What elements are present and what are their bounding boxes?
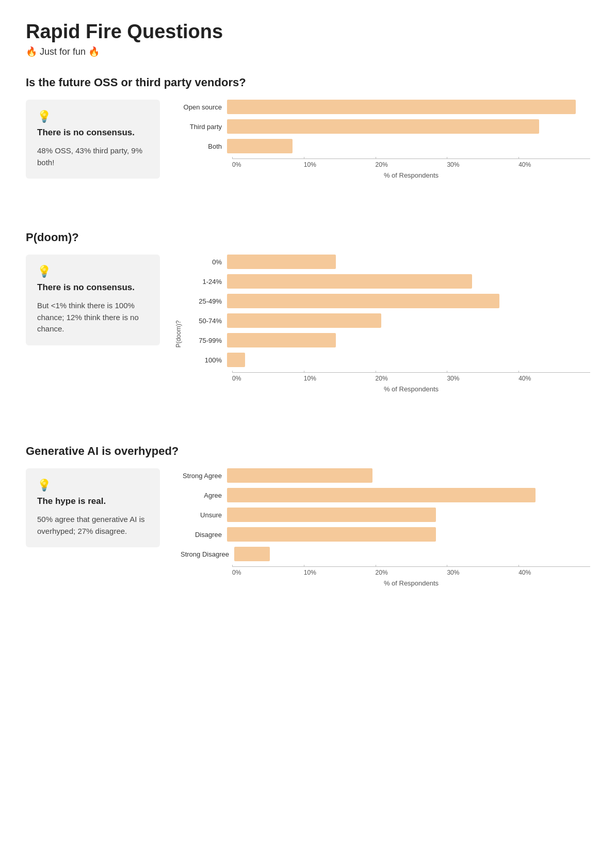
bar-fill: [227, 527, 436, 542]
bar-track: [227, 353, 590, 367]
bar-fill: [227, 468, 372, 483]
bar-row: 1-24%: [181, 274, 590, 289]
insight-box: 💡 There is no consensus. But <1% think t…: [26, 255, 160, 345]
chart-area: P(doom)? 0% 1-24% 25-49%: [181, 255, 590, 414]
bar-track: [227, 527, 590, 542]
x-tick: 40%: [518, 567, 590, 576]
bar-row: 0%: [181, 255, 590, 269]
bar-row: Strong Disagree: [181, 547, 590, 561]
section-title: Generative AI is overhyped?: [26, 445, 590, 458]
bar-label: Both: [181, 142, 227, 150]
x-tick: 0%: [232, 159, 304, 168]
insight-detail: 48% OSS, 43% third party, 9% both!: [37, 145, 149, 168]
chart-area: Open source Third party Both: [181, 100, 590, 200]
bar-row: Unsure: [181, 508, 590, 522]
section-title: P(doom)?: [26, 231, 590, 244]
bar-fill: [227, 333, 336, 347]
page-subtitle: 🔥 Just for fun 🔥: [26, 46, 590, 57]
x-axis-label: % of Respondents: [232, 579, 590, 587]
bar-row: Strong Agree: [181, 468, 590, 483]
bar-fill: [227, 274, 472, 289]
bar-row: Disagree: [181, 527, 590, 542]
bar-label: 25-49%: [181, 297, 227, 305]
section-title: Is the future OSS or third party vendors…: [26, 76, 590, 89]
bar-row: Agree: [181, 488, 590, 502]
x-axis-label: % of Respondents: [232, 385, 590, 393]
bar-label: 75-99%: [181, 337, 227, 344]
x-tick: 30%: [447, 159, 518, 168]
chart-container: Strong Agree Agree Unsure Disagr: [181, 468, 590, 608]
insight-heading: The hype is real.: [37, 496, 149, 506]
bar-label: Strong Agree: [181, 472, 227, 480]
bar-track: [227, 468, 590, 483]
x-axis-label: % of Respondents: [232, 171, 590, 179]
bar-row: 25-49%: [181, 294, 590, 308]
section-gen-ai-overhyped: Generative AI is overhyped? 💡 The hype i…: [26, 445, 590, 608]
bar-label: Strong Disagree: [181, 550, 234, 558]
x-tick: 40%: [518, 159, 590, 168]
section-oss-vendors: Is the future OSS or third party vendors…: [26, 76, 590, 200]
bar-fill: [227, 100, 576, 114]
section-body: 💡 There is no consensus. 48% OSS, 43% th…: [26, 100, 590, 200]
insight-detail: But <1% think there is 100% chance; 12% …: [37, 300, 149, 335]
bar-label: 0%: [181, 258, 227, 266]
chart-area: Strong Agree Agree Unsure Disagr: [181, 468, 590, 608]
x-tick: 20%: [376, 373, 447, 382]
x-tick: 0%: [232, 567, 304, 576]
bar-fill: [227, 488, 536, 502]
insight-icon: 💡: [37, 479, 149, 492]
bar-track: [227, 139, 590, 153]
bar-row: 100%: [181, 353, 590, 367]
x-tick: 30%: [447, 373, 518, 382]
bar-track: [227, 255, 590, 269]
section-body: 💡 There is no consensus. But <1% think t…: [26, 255, 590, 414]
bar-label: Unsure: [181, 511, 227, 519]
x-tick: 10%: [304, 373, 376, 382]
insight-box: 💡 The hype is real. 50% agree that gener…: [26, 468, 160, 547]
bar-track: [227, 333, 590, 347]
insight-heading: There is no consensus.: [37, 128, 149, 138]
bar-track: [227, 313, 590, 328]
bar-row: Both: [181, 139, 590, 153]
x-tick: 40%: [518, 373, 590, 382]
bar-fill: [227, 255, 336, 269]
insight-icon: 💡: [37, 110, 149, 123]
insight-detail: 50% agree that generative AI is overhype…: [37, 514, 149, 537]
bar-fill: [227, 508, 436, 522]
chart-container: P(doom)? 0% 1-24% 25-49%: [181, 255, 590, 414]
bar-fill: [227, 313, 381, 328]
insight-icon: 💡: [37, 265, 149, 278]
x-tick: 20%: [376, 567, 447, 576]
bar-fill: [227, 139, 293, 153]
x-tick: 10%: [304, 159, 376, 168]
bar-fill: [227, 353, 245, 367]
x-axis: 0%10%20%30%40%: [232, 566, 590, 576]
bar-label: 1-24%: [181, 278, 227, 286]
bar-row: Open source: [181, 100, 590, 114]
bar-row: Third party: [181, 119, 590, 134]
x-tick: 0%: [232, 373, 304, 382]
bar-track: [227, 294, 590, 308]
section-body: 💡 The hype is real. 50% agree that gener…: [26, 468, 590, 608]
bar-fill: [227, 294, 499, 308]
bar-track: [227, 488, 590, 502]
bar-label: Open source: [181, 103, 227, 111]
x-axis: 0%10%20%30%40%: [232, 372, 590, 382]
insight-heading: There is no consensus.: [37, 282, 149, 293]
section-pdoom: P(doom)? 💡 There is no consensus. But <1…: [26, 231, 590, 414]
bar-label: Disagree: [181, 531, 227, 539]
y-axis-label: P(doom)?: [175, 321, 182, 348]
x-tick: 10%: [304, 567, 376, 576]
bar-track: [227, 100, 590, 114]
x-tick: 20%: [376, 159, 447, 168]
bar-label: Third party: [181, 123, 227, 131]
bar-track: [234, 547, 590, 561]
page-title: Rapid Fire Questions: [26, 21, 590, 43]
x-axis: 0%10%20%30%40%: [232, 159, 590, 168]
bar-row: 50-74%: [181, 313, 590, 328]
x-tick: 30%: [447, 567, 518, 576]
bar-label: Agree: [181, 492, 227, 499]
insight-box: 💡 There is no consensus. 48% OSS, 43% th…: [26, 100, 160, 179]
bar-fill: [234, 547, 270, 561]
bar-track: [227, 119, 590, 134]
